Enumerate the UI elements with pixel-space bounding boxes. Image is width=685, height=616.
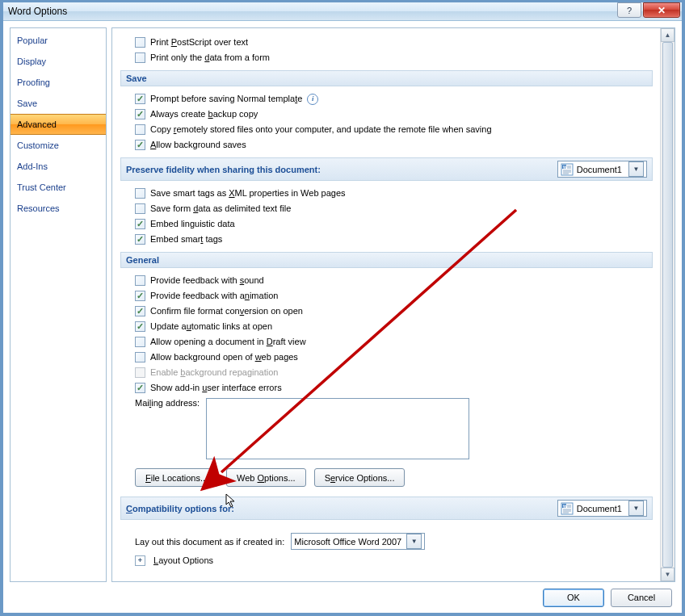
always-backup-row: Always create backup copy [120, 107, 653, 122]
sidebar-item-proofing[interactable]: Proofing [11, 72, 106, 93]
print-only-data-checkbox[interactable] [135, 52, 145, 63]
help-button[interactable]: ? [617, 2, 641, 18]
update-auto-links-label: Update automatic links at open [150, 320, 272, 333]
sidebar-item-resources[interactable]: Resources [11, 198, 106, 219]
save-smart-tags-xml-label: Save smart tags as XML properties in Web… [150, 186, 346, 200]
enable-bg-repag-label: Enable background repagination [150, 366, 278, 379]
sidebar-item-advanced[interactable]: Advanced [11, 114, 106, 135]
allow-draft-label: Allow opening a document in Draft view [150, 335, 306, 349]
allow-bg-open-web-label: Allow background open of web pages [150, 350, 298, 364]
save-form-data-label: Save form data as delimited text file [150, 202, 291, 216]
layout-as-label: Lay out this document as if created in: [135, 537, 284, 547]
sidebar-item-customize[interactable]: Customize [11, 135, 106, 156]
print-postscript-row: Print PostScript over text [120, 35, 653, 50]
save-header: Save [120, 70, 653, 86]
main-panel: Print PostScript over text Print only th… [111, 27, 675, 582]
sidebar-item-save[interactable]: Save [11, 93, 106, 114]
allow-bg-open-web-row: Allow background open of web pages [120, 350, 653, 365]
scroll-thumb[interactable] [662, 42, 673, 568]
window-buttons: ? ✕ [617, 5, 680, 18]
confirm-conversion-label: Confirm file format conversion on open [150, 304, 303, 318]
prompt-normal-row: Prompt before saving Normal template i [120, 91, 653, 107]
titlebar: Word Options ? ✕ [3, 2, 682, 21]
sidebar-item-popular[interactable]: Popular [11, 30, 106, 51]
ok-button[interactable]: OK [543, 589, 604, 607]
close-icon: ✕ [658, 5, 666, 16]
allow-draft-row: Allow opening a document in Draft view [120, 334, 653, 350]
cancel-button[interactable]: Cancel [611, 589, 672, 607]
save-form-data-checkbox[interactable] [135, 203, 145, 214]
mailing-address-row: Mailing address: [120, 396, 653, 460]
layout-options-row: + Layout Options [120, 553, 653, 568]
allow-bg-saves-checkbox[interactable] [135, 140, 145, 150]
preserve-doc-value: Document1 [577, 165, 622, 174]
close-button[interactable]: ✕ [643, 2, 680, 18]
sidebar-item-trust[interactable]: Trust Center [11, 177, 106, 198]
allow-draft-checkbox[interactable] [135, 337, 145, 347]
layout-options-label[interactable]: Layout Options [153, 554, 213, 568]
always-backup-label: Always create backup copy [150, 107, 258, 121]
sidebar-item-addins[interactable]: Add-Ins [11, 156, 106, 177]
scrollbar[interactable]: ▲ ▼ [660, 28, 674, 581]
compat-doc-value: Document1 [577, 504, 622, 513]
dialog-footer: OK Cancel [3, 582, 682, 613]
confirm-conversion-checkbox[interactable] [135, 306, 145, 316]
expand-icon[interactable]: + [135, 555, 145, 566]
window-title: Word Options [8, 6, 617, 17]
always-backup-checkbox[interactable] [135, 109, 145, 119]
file-locations-button[interactable]: File Locations... [135, 468, 218, 487]
word-doc-icon: W [561, 163, 574, 176]
show-addin-errors-row: Show add-in user interface errors [120, 380, 653, 396]
enable-bg-repag-row: Enable background repagination [120, 365, 653, 380]
embed-linguistic-row: Embed linguistic data [120, 216, 653, 232]
preserve-doc-select[interactable]: W Document1 ▼ [557, 161, 647, 178]
feedback-sound-checkbox[interactable] [135, 275, 145, 286]
preserve-header: Preserve fidelity when sharing this docu… [120, 157, 653, 181]
word-doc-icon: W [561, 502, 574, 515]
embed-smart-tags-label: Embed smart tags [150, 233, 222, 246]
allow-bg-open-web-checkbox[interactable] [135, 352, 145, 362]
prompt-normal-checkbox[interactable] [135, 94, 145, 104]
allow-bg-saves-row: Allow background saves [120, 137, 653, 153]
print-only-data-row: Print only the data from a form [120, 50, 653, 65]
confirm-conversion-row: Confirm file format conversion on open [120, 304, 653, 319]
svg-text:W: W [563, 503, 567, 508]
sidebar-item-display[interactable]: Display [11, 51, 106, 72]
chevron-down-icon: ▼ [628, 501, 644, 516]
chevron-down-icon: ▼ [406, 534, 422, 549]
embed-linguistic-checkbox[interactable] [135, 219, 145, 229]
embed-linguistic-label: Embed linguistic data [150, 217, 235, 231]
feedback-sound-label: Provide feedback with sound [150, 274, 264, 287]
save-smart-tags-xml-checkbox[interactable] [135, 188, 145, 199]
compat-doc-select[interactable]: W Document1 ▼ [557, 500, 647, 517]
feedback-animation-row: Provide feedback with animation [120, 288, 653, 304]
feedback-animation-label: Provide feedback with animation [150, 289, 278, 303]
help-icon: ? [627, 6, 632, 15]
print-only-data-label: Print only the data from a form [150, 51, 270, 65]
service-options-button[interactable]: Service Options... [314, 468, 406, 487]
copy-remote-checkbox[interactable] [135, 124, 145, 135]
scroll-content: Print PostScript over text Print only th… [112, 28, 661, 581]
web-options-button[interactable]: Web Options... [226, 468, 306, 487]
show-addin-errors-checkbox[interactable] [135, 383, 145, 393]
word-options-dialog: Word Options ? ✕ Popular Display Proofin… [0, 0, 685, 616]
feedback-animation-checkbox[interactable] [135, 291, 145, 301]
allow-bg-saves-label: Allow background saves [150, 138, 246, 152]
save-form-data-row: Save form data as delimited text file [120, 201, 653, 216]
scroll-down-icon[interactable]: ▼ [661, 568, 674, 581]
print-postscript-checkbox[interactable] [135, 37, 145, 48]
prompt-normal-label: Prompt before saving Normal template [150, 92, 302, 106]
chevron-down-icon: ▼ [628, 161, 644, 177]
copy-remote-row: Copy remotely stored files onto your com… [120, 122, 653, 137]
general-header: General [120, 252, 653, 268]
embed-smart-tags-checkbox[interactable] [135, 234, 145, 245]
mailing-address-input[interactable] [206, 398, 469, 459]
update-auto-links-checkbox[interactable] [135, 321, 145, 332]
update-auto-links-row: Update automatic links at open [120, 319, 653, 334]
scroll-up-icon[interactable]: ▲ [661, 28, 674, 42]
info-icon[interactable]: i [307, 94, 318, 105]
layout-as-value: Microsoft Office Word 2007 [294, 537, 401, 547]
enable-bg-repag-checkbox [135, 367, 145, 378]
layout-as-select[interactable]: Microsoft Office Word 2007 ▼ [291, 533, 425, 550]
save-smart-tags-xml-row: Save smart tags as XML properties in Web… [120, 186, 653, 201]
